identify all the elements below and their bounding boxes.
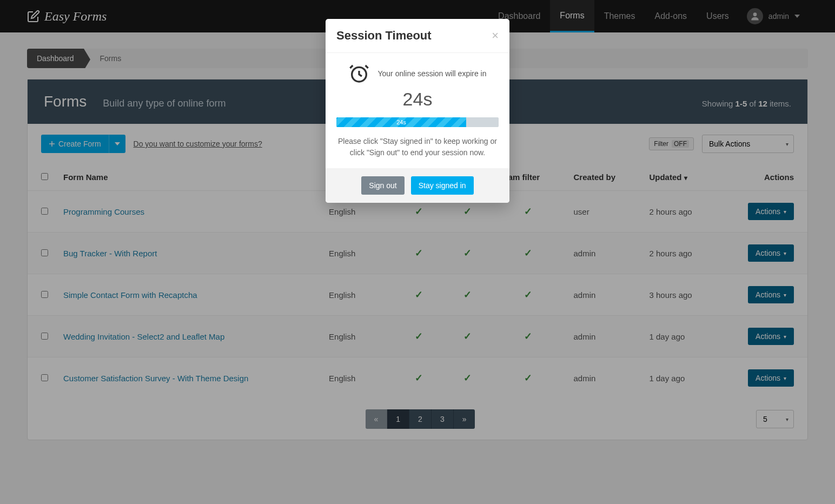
stay-signed-in-button[interactable]: Stay signed in	[411, 176, 474, 195]
modal-message: Please click "Stay signed in" to keep wo…	[336, 136, 499, 158]
clock-alarm-icon	[348, 63, 370, 84]
progress-fill: 24s	[336, 117, 466, 127]
modal-expire-text: Your online session will expire in	[377, 69, 486, 78]
modal-title: Session Timeout	[336, 29, 432, 43]
modal-header: Session Timeout ×	[326, 19, 509, 53]
modal-close-button[interactable]: ×	[492, 29, 499, 43]
modal-countdown: 24s	[336, 89, 499, 110]
sign-out-button[interactable]: Sign out	[361, 176, 404, 195]
modal-footer: Sign out Stay signed in	[326, 168, 509, 203]
session-timeout-modal: Session Timeout × Your online session wi…	[326, 19, 509, 203]
progress-bar: 24s	[336, 117, 499, 127]
